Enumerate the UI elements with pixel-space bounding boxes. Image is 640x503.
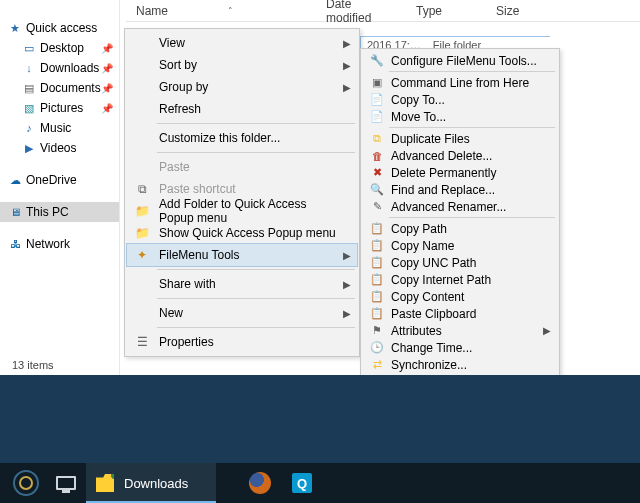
status-bar: 13 items — [0, 355, 120, 375]
nav-videos[interactable]: ▶Videos — [0, 138, 119, 158]
submenu-copy-internet-path[interactable]: 📋Copy Internet Path — [363, 271, 557, 288]
move-to-icon: 📄 — [369, 109, 385, 125]
submenu-command-line[interactable]: ▣Command Line from Here — [363, 74, 557, 91]
separator — [157, 269, 355, 270]
menu-customize-folder[interactable]: Customize this folder... — [127, 127, 357, 149]
submenu-arrow-icon: ▶ — [343, 60, 351, 71]
nav-this-pc[interactable]: 🖥This PC — [0, 202, 119, 222]
taskbar-app-firefox[interactable] — [240, 463, 280, 503]
menu-paste[interactable]: Paste — [127, 156, 357, 178]
submenu-arrow-icon: ▶ — [343, 38, 351, 49]
sync-icon: ⇄ — [369, 357, 385, 373]
nav-pictures[interactable]: ▧Pictures📌 — [0, 98, 119, 118]
nav-downloads[interactable]: ↓Downloads📌 — [0, 58, 119, 78]
submenu-find-replace[interactable]: 🔍Find and Replace... — [363, 181, 557, 198]
separator — [157, 123, 355, 124]
q-icon: Q — [292, 473, 312, 493]
submenu-copy-unc-path[interactable]: 📋Copy UNC Path — [363, 254, 557, 271]
folder-plus-icon: 📁 — [134, 203, 150, 219]
pin-icon: 📌 — [101, 83, 113, 94]
menu-add-quick-access-popup[interactable]: 📁Add Folder to Quick Access Popup menu — [127, 200, 357, 222]
delete-x-icon: ✖ — [369, 165, 385, 181]
submenu-copy-path[interactable]: 📋Copy Path — [363, 220, 557, 237]
nav-desktop[interactable]: ▭Desktop📌 — [0, 38, 119, 58]
wrench-icon: 🔧 — [369, 53, 385, 69]
pin-icon: 📌 — [101, 43, 113, 54]
menu-view[interactable]: View▶ — [127, 32, 357, 54]
menu-properties[interactable]: ☰Properties — [127, 331, 357, 353]
menu-group-by[interactable]: Group by▶ — [127, 76, 357, 98]
submenu-duplicate-files[interactable]: ⧉Duplicate Files — [363, 130, 557, 147]
taskbar-app-explorer[interactable]: Downloads — [86, 463, 216, 503]
separator — [157, 327, 355, 328]
menu-share-with[interactable]: Share with▶ — [127, 273, 357, 295]
submenu-arrow-icon: ▶ — [343, 308, 351, 319]
start-icon — [13, 470, 39, 496]
task-view-icon — [56, 476, 76, 490]
paste-icon: 📋 — [369, 306, 385, 322]
column-header: Name˄ Date modified Type Size — [126, 0, 640, 22]
menu-sort-by[interactable]: Sort by▶ — [127, 54, 357, 76]
submenu-move-to[interactable]: 📄Move To... — [363, 108, 557, 125]
attributes-icon: ⚑ — [369, 323, 385, 339]
separator — [389, 217, 555, 218]
submenu-advanced-delete[interactable]: 🗑Advanced Delete... — [363, 147, 557, 164]
pc-icon: 🖥 — [8, 205, 22, 219]
menu-show-quick-access-popup[interactable]: 📁Show Quick Access Popup menu — [127, 222, 357, 244]
pin-icon: 📌 — [101, 103, 113, 114]
submenu-paste-clipboard[interactable]: 📋Paste Clipboard — [363, 305, 557, 322]
submenu-copy-content[interactable]: 📋Copy Content — [363, 288, 557, 305]
start-button[interactable] — [8, 463, 44, 503]
taskbar-app-q[interactable]: Q — [282, 463, 322, 503]
submenu-advanced-renamer[interactable]: ✎Advanced Renamer... — [363, 198, 557, 215]
star-icon: ★ — [8, 21, 22, 35]
column-type[interactable]: Type — [406, 4, 486, 18]
separator — [157, 152, 355, 153]
download-icon: ↓ — [22, 61, 36, 75]
terminal-icon: ▣ — [369, 75, 385, 91]
copy-icon: 📋 — [369, 255, 385, 271]
column-size[interactable]: Size — [486, 4, 546, 18]
menu-new[interactable]: New▶ — [127, 302, 357, 324]
separator — [389, 127, 555, 128]
network-icon: 🖧 — [8, 237, 22, 251]
folder-icon: 📁 — [134, 225, 150, 241]
nav-quick-access[interactable]: ★Quick access — [0, 18, 119, 38]
copy-icon: 📋 — [369, 221, 385, 237]
submenu-change-time[interactable]: 🕒Change Time... — [363, 339, 557, 356]
submenu-arrow-icon: ▶ — [343, 250, 351, 261]
nav-documents[interactable]: ▤Documents📌 — [0, 78, 119, 98]
taskbar-app-label: Downloads — [124, 476, 188, 491]
submenu-arrow-icon: ▶ — [543, 325, 551, 336]
submenu-copy-name[interactable]: 📋Copy Name — [363, 237, 557, 254]
pin-icon: 📌 — [101, 63, 113, 74]
pictures-icon: ▧ — [22, 101, 36, 115]
nav-network[interactable]: 🖧Network — [0, 234, 119, 254]
firefox-icon — [249, 472, 271, 494]
cloud-icon: ☁ — [8, 173, 22, 187]
task-view-button[interactable] — [50, 463, 82, 503]
submenu-attributes[interactable]: ⚑Attributes▶ — [363, 322, 557, 339]
properties-icon: ☰ — [134, 334, 150, 350]
desktop-icon: ▭ — [22, 41, 36, 55]
copy-to-icon: 📄 — [369, 92, 385, 108]
submenu-delete-permanently[interactable]: ✖Delete Permanently — [363, 164, 557, 181]
nav-music[interactable]: ♪Music — [0, 118, 119, 138]
submenu-configure[interactable]: 🔧Configure FileMenu Tools... — [363, 52, 557, 69]
submenu-synchronize[interactable]: ⇄Synchronize... — [363, 356, 557, 373]
delete-icon: 🗑 — [369, 148, 385, 164]
menu-filemenu-tools[interactable]: ✦FileMenu Tools▶ — [127, 244, 357, 266]
context-menu: View▶ Sort by▶ Group by▶ Refresh Customi… — [124, 28, 360, 357]
rename-icon: ✎ — [369, 199, 385, 215]
submenu-copy-to[interactable]: 📄Copy To... — [363, 91, 557, 108]
duplicate-icon: ⧉ — [369, 131, 385, 147]
nav-onedrive[interactable]: ☁OneDrive — [0, 170, 119, 190]
column-name[interactable]: Name˄ — [126, 4, 316, 18]
videos-icon: ▶ — [22, 141, 36, 155]
column-date[interactable]: Date modified — [316, 0, 406, 25]
taskbar: Downloads Q — [0, 463, 640, 503]
submenu-arrow-icon: ▶ — [343, 82, 351, 93]
menu-refresh[interactable]: Refresh — [127, 98, 357, 120]
shortcut-icon: ⧉ — [134, 181, 150, 197]
clock-icon: 🕒 — [369, 340, 385, 356]
